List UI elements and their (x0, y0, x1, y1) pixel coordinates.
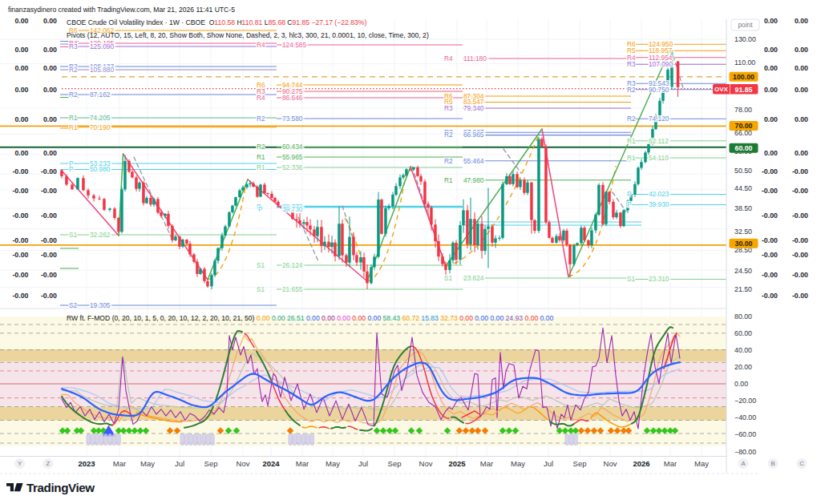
svg-text:point: point (738, 21, 754, 29)
svg-text:0.00: 0.00 (764, 149, 778, 157)
svg-text:20.00: 20.00 (734, 363, 752, 371)
svg-text:-0.00: -0.00 (792, 251, 808, 259)
svg-text:52.336: 52.336 (282, 163, 303, 171)
svg-text:0.00: 0.00 (43, 17, 57, 25)
svg-text:-0.00: -0.00 (792, 236, 808, 244)
svg-text:-0.00: -0.00 (12, 251, 28, 259)
svg-text:91.85: 91.85 (734, 86, 752, 94)
svg-text:0.00: 0.00 (14, 64, 28, 72)
svg-text:S1: S1 (257, 261, 265, 269)
svg-text:S1: S1 (69, 231, 78, 239)
svg-text:R3: R3 (69, 42, 78, 50)
svg-text:-0.00: -0.00 (762, 292, 778, 300)
svg-text:111.180: 111.180 (463, 54, 487, 62)
svg-text:0.00: 0.00 (14, 46, 28, 54)
svg-text:-0.00: -0.00 (792, 212, 808, 220)
svg-text:Nov: Nov (604, 459, 617, 468)
svg-text:Sep: Sep (573, 459, 587, 468)
svg-text:40.00: 40.00 (734, 346, 752, 354)
svg-text:Jul: Jul (358, 459, 368, 468)
svg-text:23.310: 23.310 (649, 275, 669, 283)
svg-text:74.120: 74.120 (649, 115, 669, 123)
svg-text:-0.00: -0.00 (762, 236, 778, 244)
svg-text:R3: R3 (627, 60, 636, 68)
svg-text:R4: R4 (444, 54, 453, 62)
svg-text:21.655: 21.655 (282, 285, 303, 293)
svg-text:S2: S2 (69, 301, 78, 309)
svg-text:0.00: 0.00 (14, 149, 28, 157)
svg-text:P: P (627, 190, 632, 198)
svg-text:RW ft. F-MOD (0, 20, 10, 1, 5,: RW ft. F-MOD (0, 20, 10, 1, 5, 0, 20, 10… (67, 314, 554, 322)
svg-text:0.00: 0.00 (43, 149, 57, 157)
svg-text:73.580: 73.580 (282, 115, 303, 123)
svg-text:-0.00: -0.00 (12, 212, 28, 220)
svg-text:55.464: 55.464 (463, 157, 484, 165)
svg-text:0.00: 0.00 (764, 46, 778, 54)
svg-text:38.50: 38.50 (734, 204, 752, 212)
svg-text:50.50: 50.50 (734, 167, 752, 175)
svg-text:R2: R2 (444, 157, 453, 165)
svg-text:19.305: 19.305 (90, 301, 111, 309)
svg-text:32.262: 32.262 (90, 231, 111, 239)
svg-text:R2: R2 (257, 143, 265, 151)
svg-text:-0.00: -0.00 (762, 167, 778, 175)
svg-text:79.340: 79.340 (463, 104, 484, 112)
svg-text:-0.00: -0.00 (12, 292, 28, 300)
svg-text:OVX: OVX (714, 86, 729, 93)
svg-text:A: A (741, 460, 746, 467)
svg-text:-0.00: -0.00 (792, 271, 808, 279)
svg-text:32.50: 32.50 (734, 228, 752, 236)
svg-text:124.585: 124.585 (282, 41, 306, 49)
svg-text:0.00: 0.00 (14, 86, 28, 94)
svg-text:May: May (511, 459, 525, 468)
svg-text:finanzasydinero created with T: finanzasydinero created with TradingView… (8, 6, 235, 14)
svg-text:0.00: 0.00 (14, 17, 28, 25)
svg-text:Nov: Nov (419, 459, 433, 468)
svg-text:R2: R2 (444, 131, 453, 139)
svg-text:100.00: 100.00 (733, 73, 754, 81)
svg-text:-0.00: -0.00 (792, 187, 808, 195)
svg-text:60.00: 60.00 (734, 144, 752, 152)
svg-text:-0.00: -0.00 (41, 187, 57, 195)
svg-text:0.00: 0.00 (43, 115, 57, 123)
svg-text:May: May (140, 459, 155, 468)
svg-text:R1: R1 (444, 176, 453, 184)
svg-text:125.090: 125.090 (90, 42, 114, 50)
svg-text:110.00: 110.00 (734, 58, 755, 67)
svg-text:May: May (694, 459, 709, 468)
svg-text:R3: R3 (444, 104, 453, 112)
svg-text:74.205: 74.205 (90, 114, 111, 122)
svg-text:60.434: 60.434 (282, 143, 303, 151)
svg-text:107.090: 107.090 (649, 60, 673, 68)
svg-text:Z: Z (46, 460, 50, 467)
svg-text:R1: R1 (69, 123, 78, 131)
svg-text:R1: R1 (627, 137, 636, 145)
svg-text:−40.00: −40.00 (734, 413, 756, 421)
svg-text:Mar: Mar (480, 459, 493, 468)
svg-text:0.00: 0.00 (764, 17, 778, 25)
svg-text:0.00: 0.00 (14, 115, 28, 123)
svg-text:26.124: 26.124 (282, 261, 303, 269)
svg-text:2024: 2024 (262, 459, 280, 468)
svg-text:−20.00: −20.00 (734, 397, 756, 405)
svg-text:0.00: 0.00 (764, 115, 778, 123)
svg-text:R4: R4 (257, 41, 265, 49)
svg-text:0.00: 0.00 (43, 64, 57, 72)
svg-text:60.00: 60.00 (734, 329, 752, 337)
svg-text:Nov: Nov (237, 459, 250, 468)
svg-text:R1: R1 (257, 163, 265, 171)
svg-text:−80.00: −80.00 (734, 448, 756, 456)
svg-text:2025: 2025 (448, 459, 466, 468)
svg-text:−60.00: −60.00 (734, 430, 756, 438)
svg-text:-0.00: -0.00 (762, 187, 778, 195)
svg-text:0.00: 0.00 (795, 64, 808, 72)
svg-text:44.50: 44.50 (734, 184, 752, 192)
svg-text:-0.00: -0.00 (762, 251, 778, 259)
svg-text:-0.00: -0.00 (41, 271, 57, 279)
svg-text:B: B (770, 460, 774, 467)
svg-text:0.00: 0.00 (795, 149, 808, 157)
svg-text:Mar: Mar (664, 459, 677, 468)
svg-text:Mar: Mar (113, 459, 126, 468)
svg-text:90.750: 90.750 (649, 86, 669, 94)
svg-text:39.730: 39.730 (282, 205, 303, 213)
